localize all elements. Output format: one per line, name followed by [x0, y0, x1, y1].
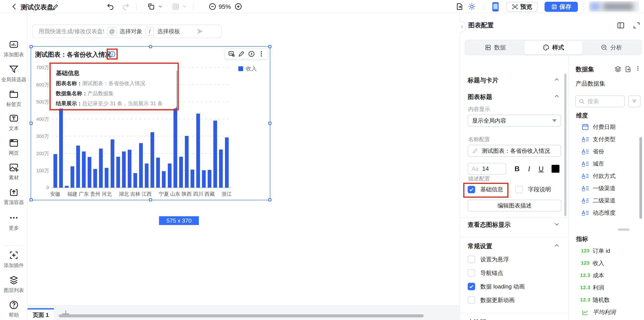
font-size-input[interactable]: Aa 14 — [468, 163, 506, 175]
mobile-preview-icon[interactable] — [492, 2, 499, 11]
sidebar-item-add-plugin[interactable]: 添加插件 — [0, 250, 28, 269]
bar-浙江[interactable] — [225, 137, 229, 188]
panel-collapse-button[interactable] — [460, 21, 466, 32]
send-icon[interactable] — [196, 27, 204, 35]
tab-数据[interactable]: 数据 — [466, 41, 524, 54]
checkbox-checked[interactable] — [468, 283, 475, 290]
settings-gear-icon[interactable] — [468, 3, 476, 10]
sidebar-item-web-page[interactable]: 网页 — [0, 138, 28, 156]
sidebar-item-add-chart[interactable]: 添加图表 — [0, 39, 28, 58]
underline-button[interactable]: U — [539, 165, 544, 173]
dimension-field-省份[interactable]: 省份 — [575, 145, 639, 158]
bar-四川[interactable] — [196, 114, 200, 188]
chevron-down-icon[interactable] — [554, 319, 560, 320]
user-account-blurred[interactable] — [589, 1, 639, 12]
checkbox-unchecked[interactable] — [468, 269, 475, 277]
resize-handle-n[interactable] — [149, 45, 152, 48]
bar-福建[interactable] — [70, 166, 74, 188]
measure-field-平均利润[interactable]: 平均利润 — [575, 306, 639, 318]
bar-宁夏[interactable] — [162, 171, 166, 188]
measure-field-利润[interactable]: 12.3 利润 — [575, 282, 639, 294]
back-icon[interactable] — [10, 3, 18, 10]
preview-button[interactable]: 预览 — [506, 2, 538, 12]
chevron-up-icon[interactable] — [554, 93, 560, 99]
checkbox-row-字段说明[interactable]: 字段说明 — [516, 186, 551, 193]
field-search-input[interactable]: 搜索 — [575, 95, 625, 107]
undo-icon[interactable] — [106, 3, 114, 10]
zoom-in-icon[interactable] — [234, 3, 242, 10]
kebab-menu-icon[interactable] — [258, 50, 265, 57]
chevron-up-icon[interactable] — [554, 243, 560, 249]
bar-天津[interactable] — [202, 170, 206, 188]
horizontal-scrollbar[interactable] — [59, 314, 424, 317]
bar-湖北[interactable] — [122, 151, 126, 188]
bar-广西[interactable] — [88, 157, 91, 188]
bar-贵州[interactable] — [93, 169, 97, 188]
font-color-swatch[interactable] — [552, 165, 560, 173]
bar-内蒙古[interactable] — [156, 158, 160, 188]
dimension-field-城市[interactable]: 城市 — [575, 158, 639, 170]
rename-pencil-icon[interactable] — [52, 3, 59, 10]
tab-分析[interactable]: 分析 — [582, 41, 640, 54]
bar-吉林[interactable] — [134, 173, 137, 188]
sidebar-item-tab-page[interactable]: 标签页 — [0, 89, 28, 108]
dimension-field-支付类型[interactable]: 支付类型 — [575, 133, 639, 145]
bar-上海[interactable] — [190, 170, 194, 188]
select-template-option[interactable]: 选择模板 — [157, 27, 180, 35]
section-title-card[interactable]: 标题与卡片 — [468, 76, 498, 84]
chevron-up-icon[interactable] — [554, 77, 560, 83]
toggle-sidebar-icon[interactable] — [617, 21, 625, 29]
bar-陕西[interactable] — [185, 136, 188, 188]
bar-广东[interactable] — [82, 151, 86, 188]
chevron-right-circle-icon[interactable] — [248, 50, 255, 57]
dimension-field-付费日期[interactable]: 付费日期 — [575, 121, 639, 133]
info-icon[interactable] — [109, 50, 116, 57]
bar-河南[interactable] — [110, 139, 114, 188]
sidebar-item-media-image[interactable]: 素材 — [0, 162, 28, 181]
sidebar-item-pin-container[interactable]: 置顶容器 — [0, 187, 28, 206]
bar-辽宁[interactable] — [150, 132, 154, 188]
measure-field-订单 id[interactable]: 123 订单 id — [575, 245, 639, 257]
section-view-icon[interactable]: 查看态图标显示 — [468, 221, 510, 229]
dimension-field-动态维度[interactable]: 动态维度 — [575, 207, 639, 216]
dashboard-canvas[interactable]: 用我快速生成/修改仪表盘! @ 选择对象 / 选择模板 测试图表：各省份收入情况 — [28, 13, 460, 320]
chart-explore-icon[interactable] — [228, 50, 235, 57]
select-object-option[interactable]: 选择对象 — [120, 27, 142, 35]
dataset-name[interactable]: 产品数据集 — [576, 80, 605, 87]
checkbox-unchecked[interactable] — [516, 186, 523, 193]
resize-handle-se[interactable] — [268, 198, 272, 201]
export-icon[interactable] — [456, 3, 464, 10]
measure-field-随机数[interactable]: 12.3 随机数 — [575, 294, 639, 306]
bar-海南[interactable] — [99, 149, 103, 188]
bar-安徽[interactable] — [54, 154, 57, 188]
bar-重庆[interactable] — [65, 186, 68, 188]
resize-handle-s[interactable] — [149, 198, 152, 201]
slash-chip[interactable]: / — [146, 27, 154, 36]
checkbox-unchecked[interactable] — [468, 256, 475, 263]
edit-chart-desc-button[interactable]: 编辑图表描述 — [468, 200, 562, 211]
section-chart-title[interactable]: 图表标题 — [468, 93, 492, 101]
dataset-scrollbar[interactable] — [640, 137, 642, 219]
bar-湖南[interactable] — [128, 150, 132, 188]
edit-pencil-icon[interactable] — [238, 50, 245, 57]
checkbox-row-数据 loading 动画[interactable]: 数据 loading 动画 — [468, 280, 562, 293]
tab-样式[interactable]: 样式 — [524, 41, 582, 54]
save-button[interactable]: 保存 — [544, 2, 578, 12]
switch-dataset-icon[interactable] — [624, 66, 632, 73]
section-general[interactable]: 常规设置 — [468, 242, 492, 250]
bar-青海[interactable] — [168, 164, 172, 188]
checkbox-row-数据更新动画[interactable]: 数据更新动画 — [468, 293, 562, 307]
expand-icon[interactable] — [632, 21, 640, 29]
resize-handle-w[interactable] — [30, 122, 33, 125]
dimension-field-二级渠道[interactable]: 二级渠道 — [575, 194, 639, 207]
bar-甘肃[interactable] — [76, 146, 80, 188]
style-panel-scrollbar[interactable] — [564, 73, 566, 216]
resize-handle-nw[interactable] — [30, 45, 33, 48]
measure-field-动态指标[interactable]: 123 动态指标 — [575, 318, 639, 320]
kebab-menu-icon[interactable] — [635, 66, 641, 73]
bar-山西[interactable] — [179, 157, 183, 188]
measure-field-成本[interactable]: 12.3 成本 — [575, 269, 639, 282]
resize-handle-e[interactable] — [268, 122, 272, 125]
chevron-down-icon[interactable] — [554, 221, 560, 227]
bar-新疆[interactable] — [213, 121, 217, 188]
